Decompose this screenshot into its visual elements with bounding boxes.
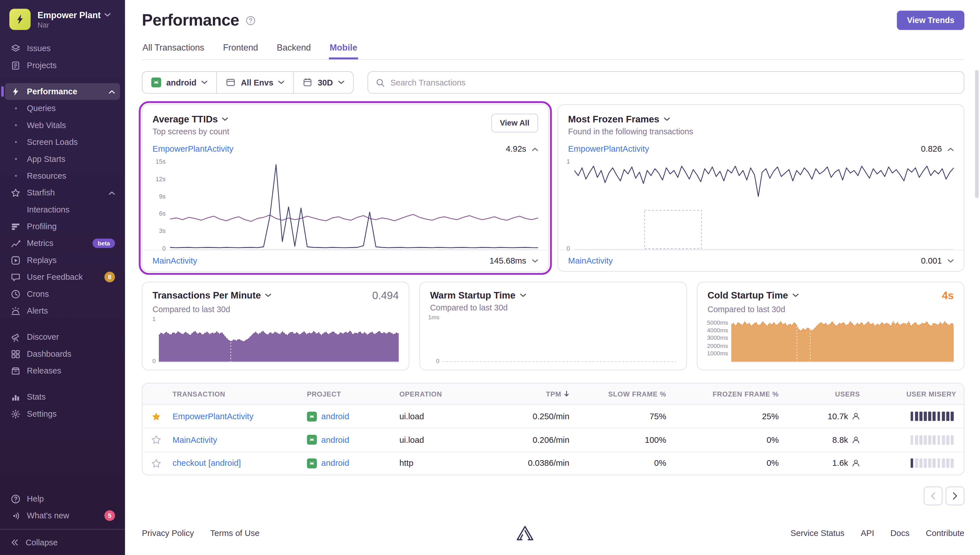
widget-value: 4s <box>942 290 954 302</box>
y-axis: 5000ms4000ms3000ms2000ms1000ms <box>701 318 731 362</box>
project-filter[interactable]: android <box>142 72 217 93</box>
widget-title-dropdown[interactable]: Average TTIDs <box>153 114 230 124</box>
tab-mobile[interactable]: Mobile <box>329 43 358 59</box>
collapse-toggle-icon[interactable] <box>948 147 954 151</box>
sidebar-item-replays[interactable]: Replays <box>5 252 120 268</box>
expand-toggle-icon[interactable] <box>532 259 538 263</box>
search-input[interactable] <box>390 78 956 87</box>
contribute-link[interactable]: Contribute <box>926 528 964 538</box>
sidebar-item-screen-loads[interactable]: Screen Loads <box>5 134 120 151</box>
widget-title-dropdown[interactable]: Most Frozen Frames <box>568 114 693 124</box>
date-range-filter[interactable]: 30D <box>294 72 353 93</box>
sidebar-item-label: Queries <box>27 104 56 113</box>
android-icon <box>151 77 161 88</box>
sidebar-item-performance[interactable]: Performance <box>5 83 120 100</box>
help-icon <box>10 493 21 504</box>
sidebar-item-projects[interactable]: Projects <box>5 57 120 74</box>
sidebar-item-app-starts[interactable]: App Starts <box>5 151 120 167</box>
sidebar-item-alerts[interactable]: Alerts <box>5 302 120 319</box>
service-status-link[interactable]: Service Status <box>790 528 844 538</box>
search-box[interactable] <box>367 71 964 94</box>
transaction-link[interactable]: EmpowerPlantActivity <box>568 144 649 154</box>
sidebar-item-starfish[interactable]: Starfish <box>5 184 120 201</box>
sidebar-collapse-button[interactable]: Collapse <box>0 529 125 555</box>
sidebar-item-user-feedback[interactable]: User Feedback8 <box>5 269 120 286</box>
y-axis-tick: 9s <box>159 193 166 200</box>
sidebar-item-label: App Starts <box>27 154 65 164</box>
sidebar-item-discover[interactable]: Discover <box>5 329 120 345</box>
expand-toggle-icon[interactable] <box>948 259 954 263</box>
bullet-dot <box>10 120 21 131</box>
tab-frontend[interactable]: Frontend <box>222 43 259 59</box>
sidebar-item-dashboards[interactable]: Dashboards <box>5 345 120 362</box>
transaction-link[interactable]: checkout [android] <box>172 459 241 468</box>
releases-icon <box>11 366 21 376</box>
col-slow-frame[interactable]: SLOW FRAME % <box>572 390 669 397</box>
sidebar-item-help[interactable]: Help <box>5 490 120 507</box>
sidebar-item-metrics[interactable]: Metricsbeta <box>5 235 120 252</box>
environment-filter-value: All Envs <box>241 78 273 87</box>
sidebar-item-label: What's new <box>27 511 69 520</box>
collapse-toggle-icon[interactable] <box>532 147 538 151</box>
transaction-link[interactable]: EmpowerPlantActivity <box>153 144 234 154</box>
sidebar-item-queries[interactable]: Queries <box>5 100 120 117</box>
sidebar-item-resources[interactable]: Resources <box>5 167 120 184</box>
col-operation[interactable]: OPERATION <box>397 390 478 397</box>
col-user-misery[interactable]: USER MISERY <box>863 390 964 397</box>
privacy-policy-link[interactable]: Privacy Policy <box>142 528 194 538</box>
terms-of-use-link[interactable]: Terms of Use <box>210 528 260 538</box>
sidebar-item-settings[interactable]: Settings <box>5 405 120 422</box>
metrics-icon <box>10 238 21 249</box>
sidebar-item-crons[interactable]: Crons <box>5 286 120 302</box>
sidebar-item-label: Settings <box>27 409 57 419</box>
org-switcher[interactable]: Empower Plant Nar <box>0 0 125 36</box>
col-frozen-frame[interactable]: FROZEN FRAME % <box>669 390 781 397</box>
star-toggle[interactable] <box>142 458 170 468</box>
sidebar-item-stats[interactable]: Stats <box>5 388 120 405</box>
col-transaction[interactable]: TRANSACTION <box>170 390 304 397</box>
tab-all-transactions[interactable]: All Transactions <box>142 43 205 59</box>
widget-title-dropdown[interactable]: Transactions Per Minute <box>153 290 272 300</box>
sidebar-item-issues[interactable]: Issues <box>5 40 120 57</box>
bullet-dot <box>10 103 21 114</box>
sidebar-item-label: Resources <box>27 171 66 181</box>
star-toggle[interactable] <box>142 411 170 421</box>
sidebar-item-label: Replays <box>27 255 57 265</box>
org-name: Empower Plant <box>37 10 101 20</box>
tab-backend[interactable]: Backend <box>276 43 312 59</box>
project-link[interactable]: android <box>321 459 349 468</box>
transaction-link[interactable]: EmpowerPlantActivity <box>172 412 254 421</box>
page-title: Performance <box>142 11 239 30</box>
app-root: Empower Plant Nar IssuesProjectsPerforma… <box>0 0 980 555</box>
widget-title-dropdown[interactable]: Cold Startup Time <box>707 290 798 300</box>
transaction-link[interactable]: MainActivity <box>172 435 217 445</box>
sidebar-item-profiling[interactable]: Profiling <box>5 218 120 234</box>
scrollbar[interactable] <box>975 70 978 198</box>
project-link[interactable]: android <box>321 412 349 421</box>
settings-icon <box>11 409 21 419</box>
widget-title-dropdown[interactable]: Warm Startup Time <box>430 290 526 300</box>
col-project[interactable]: PROJECT <box>304 390 397 397</box>
sidebar-item-releases[interactable]: Releases <box>5 362 120 379</box>
api-link[interactable]: API <box>861 528 874 538</box>
help-tooltip-icon[interactable] <box>245 15 255 25</box>
view-all-button[interactable]: View All <box>491 114 538 132</box>
project-link[interactable]: android <box>321 435 349 445</box>
sidebar-item-whats-new[interactable]: What's new5 <box>5 507 120 524</box>
sidebar-item-interactions[interactable]: Interactions <box>5 201 120 218</box>
sidebar-item-web-vitals[interactable]: Web Vitals <box>5 117 120 133</box>
next-page-button[interactable] <box>946 486 964 505</box>
transaction-link[interactable]: MainActivity <box>568 256 613 266</box>
widget-most-frozen-frames: Most Frozen Frames Found in the followin… <box>557 104 964 271</box>
docs-link[interactable]: Docs <box>890 528 909 538</box>
star-toggle[interactable] <box>142 435 170 445</box>
col-users[interactable]: USERS <box>781 390 863 397</box>
col-tpm-sorted[interactable]: TPM <box>478 390 572 397</box>
collapse-icon <box>10 538 19 547</box>
previous-page-button[interactable] <box>924 486 943 505</box>
transaction-link[interactable]: MainActivity <box>153 256 197 266</box>
y-axis-tick: 1 <box>567 158 570 165</box>
view-trends-button[interactable]: View Trends <box>897 11 964 30</box>
environment-filter[interactable]: All Envs <box>217 72 294 93</box>
chevron-down-icon <box>265 293 272 297</box>
